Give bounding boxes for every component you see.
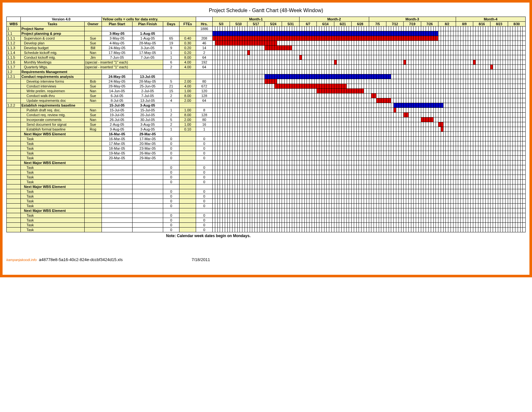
cell-ftes[interactable]: 2.00 [179,117,196,122]
cell-ftes[interactable] [179,70,196,74]
cell-ftes[interactable]: 8.00 [179,55,196,60]
cell-pfinish[interactable] [132,218,163,223]
cell-days[interactable]: 0 [163,175,179,180]
cell-ftes[interactable]: 0.20 [179,50,196,55]
cell-pstart[interactable]: 2-Aug-05 [102,122,132,127]
cell-owner[interactable] [84,189,102,194]
cell-pstart[interactable]: 19-Jul-05 [102,113,132,117]
cell-task[interactable]: Task [21,170,84,175]
cell-owner[interactable] [84,204,102,208]
cell-task[interactable]: Task [21,165,84,170]
cell-pfinish[interactable]: 2-Jul-05 [132,89,163,94]
cell-task[interactable]: Task [21,228,84,232]
cell-ftes[interactable] [179,156,196,161]
cell-wbs[interactable] [7,223,21,228]
cell-days[interactable]: 65 [163,36,179,41]
cell-pstart[interactable]: 26-Jul-05 [102,117,132,122]
cell-pfinish[interactable] [132,70,163,74]
cell-owner[interactable]: Nan [84,98,102,103]
cell-days[interactable]: 6 [163,60,179,65]
cell-days[interactable]: 1 [163,50,179,55]
cell-pfinish[interactable]: 7-Jul-05 [132,94,163,98]
cell-hrs[interactable] [196,31,213,36]
cell-owner[interactable] [84,74,102,79]
cell-pfinish[interactable]: 26-Mar-05 [132,151,163,156]
cell-hrs[interactable]: 0 [196,204,213,208]
cell-ftes[interactable] [179,132,196,137]
cell-wbs[interactable] [7,98,21,103]
cell-days[interactable] [163,26,179,31]
cell-task[interactable]: Task [21,146,84,151]
cell-pstart[interactable]: 17-Mar-05 [102,141,132,146]
cell-hrs[interactable] [196,70,213,74]
cell-wbs[interactable] [7,170,21,175]
cell-pstart[interactable]: 3-May-05 [102,36,132,41]
cell-pstart[interactable]: 8-Jul-05 [102,98,132,103]
cell-hrs[interactable]: 64 [196,55,213,60]
cell-task[interactable]: Task [21,156,84,161]
cell-ftes[interactable] [179,223,196,228]
cell-hrs[interactable]: 128 [196,94,213,98]
cell-pstart[interactable] [102,204,132,208]
cell-wbs[interactable] [7,194,21,199]
cell-wbs[interactable] [7,137,21,141]
cell-wbs[interactable] [7,94,21,98]
cell-wbs[interactable] [7,199,21,204]
cell-days[interactable]: 4 [163,98,179,103]
cell-wbs[interactable] [7,213,21,218]
cell-wbs[interactable] [7,117,21,122]
cell-pstart[interactable] [102,161,132,165]
cell-owner[interactable] [84,132,102,137]
cell-pfinish[interactable] [132,170,163,175]
cell-hrs[interactable]: 0 [196,141,213,146]
cell-wbs[interactable] [7,184,21,189]
cell-days[interactable]: 0 [163,146,179,151]
cell-days[interactable]: 0 [163,141,179,146]
cell-pstart[interactable]: 24-May-05 [102,46,132,50]
cell-wbs[interactable] [7,108,21,113]
cell-pstart[interactable] [102,199,132,204]
cell-days[interactable]: 0 [163,165,179,170]
cell-hrs[interactable]: 672 [196,84,213,89]
cell-ftes[interactable] [179,208,196,213]
cell-days[interactable]: 0 [163,189,179,194]
cell-days[interactable]: 0 [163,137,179,141]
cell-wbs[interactable] [7,161,21,165]
cell-owner[interactable] [84,184,102,189]
cell-wbs[interactable]: 1.1.1 [7,36,21,41]
cell-days[interactable]: 2 [163,65,179,70]
cell-pstart[interactable]: 24-May-05 [102,74,132,79]
cell-wbs[interactable]: 1.2 [7,70,21,74]
cell-ftes[interactable] [179,213,196,218]
cell-task[interactable]: Task [21,223,84,228]
cell-pfinish[interactable]: 7-Jun-05 [132,55,163,60]
cell-pfinish[interactable] [132,184,163,189]
cell-days[interactable]: 0 [163,199,179,204]
cell-wbs[interactable] [7,156,21,161]
cell-wbs[interactable] [7,204,21,208]
cell-pfinish[interactable]: 28-May-05 [132,41,163,46]
cell-ftes[interactable] [179,199,196,204]
cell-wbs[interactable]: 1.1.6 [7,60,21,65]
cell-days[interactable]: 1 [163,108,179,113]
cell-pfinish[interactable] [132,175,163,180]
cell-ftes[interactable] [179,170,196,175]
cell-owner-span[interactable]: (special - inserted "1" each) [84,65,163,70]
cell-owner[interactable]: Sue [84,122,102,127]
cell-owner[interactable] [84,156,102,161]
cell-task[interactable]: Next Major WBS Element [21,184,84,189]
cell-owner[interactable]: Rog [84,127,102,132]
cell-wbs[interactable]: 1.1.4 [7,50,21,55]
cell-hrs[interactable] [196,103,213,108]
cell-pstart[interactable] [102,184,132,189]
cell-owner[interactable] [84,218,102,223]
cell-wbs[interactable] [7,132,21,137]
cell-task[interactable]: Schedule kickoff mtg. [21,50,84,55]
cell-hrs[interactable]: 0 [196,199,213,204]
cell-pstart[interactable]: 3-May-05 [102,31,132,36]
cell-wbs[interactable] [7,151,21,156]
cell-owner[interactable] [84,170,102,175]
cell-wbs[interactable] [7,218,21,223]
cell-hrs[interactable]: 14 [196,46,213,50]
cell-task[interactable]: Task [21,213,84,218]
